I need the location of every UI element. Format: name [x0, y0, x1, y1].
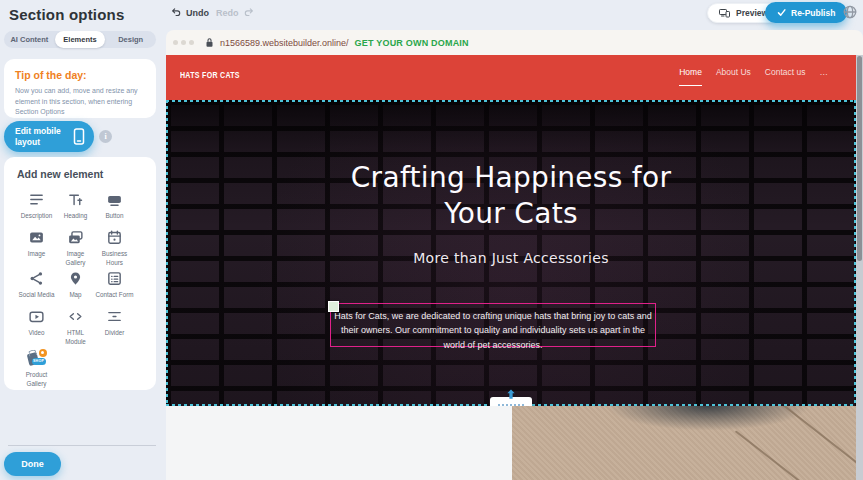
next-section[interactable]	[166, 406, 856, 480]
redo-button[interactable]: Redo	[216, 7, 254, 18]
element-map[interactable]: Map	[56, 268, 95, 306]
redo-label: Redo	[216, 8, 239, 18]
browser-dot	[181, 40, 186, 45]
element-html-module[interactable]: HTML Module	[56, 306, 95, 347]
preview-scrollbar-thumb[interactable]	[857, 56, 862, 261]
browser-bar: n1566589.websitebuilder.online/ GET YOUR…	[166, 30, 863, 55]
undo-arrow-icon	[171, 7, 182, 18]
element-video[interactable]: Video	[17, 306, 56, 347]
browser-dot	[173, 40, 178, 45]
element-social-media[interactable]: Social Media	[17, 268, 56, 306]
tip-title: Tip of the day:	[15, 69, 145, 81]
video-icon	[28, 308, 45, 325]
done-button[interactable]: Done	[4, 452, 61, 476]
browser-dot	[189, 40, 194, 45]
pavement-line	[759, 406, 856, 480]
preview-scrollbar-track	[856, 55, 863, 480]
arrow-up-icon	[506, 389, 517, 400]
element-image-gallery[interactable]: Image Gallery	[56, 227, 95, 268]
edit-mobile-label: Edit mobile layout	[15, 126, 71, 146]
edit-mobile-layout-button[interactable]: Edit mobile layout	[4, 121, 94, 152]
image-icon	[28, 229, 45, 246]
element-image[interactable]: Image	[17, 227, 56, 268]
tip-of-the-day-card: Tip of the day: Now you can add, move an…	[4, 59, 156, 118]
hero-section[interactable]: Crafting Happiness for Your Cats More th…	[166, 100, 856, 406]
text-lines-icon	[28, 191, 45, 208]
hero-body-text: Hats for Cats, we are dedicated to craft…	[331, 304, 655, 357]
hero-subheading[interactable]: More than Just Accessories	[166, 250, 856, 266]
info-icon[interactable]: i	[99, 130, 112, 143]
nav-item-more[interactable]: …	[820, 67, 829, 86]
element-product-gallery[interactable]: SHOP Product Gallery	[17, 347, 56, 389]
section-boundary-top	[166, 100, 856, 102]
site-nav: Home About Us Contact us …	[679, 67, 828, 86]
element-button[interactable]: Button	[95, 189, 134, 227]
page-title: Section options	[9, 6, 125, 23]
business-hours-icon	[106, 229, 123, 246]
undo-button[interactable]: Undo	[171, 7, 209, 18]
cat-photo-image	[512, 406, 856, 480]
redo-arrow-icon	[243, 7, 254, 18]
hero-heading[interactable]: Crafting Happiness for Your Cats	[326, 160, 696, 232]
element-grid: Description Heading Button Image Image G…	[17, 189, 150, 389]
site-logo[interactable]: HATS FOR CATS	[180, 69, 240, 80]
site-url: n1566589.websitebuilder.online/	[220, 38, 349, 48]
responsive-preview-icon	[718, 7, 731, 19]
element-contact-form[interactable]: Contact Form	[95, 268, 134, 306]
lock-icon	[205, 37, 214, 48]
pavement-line	[735, 430, 823, 480]
add-new-element-panel: Add new element Description Heading Butt…	[4, 157, 156, 390]
element-business-hours[interactable]: Business Hours	[95, 227, 134, 268]
product-gallery-icon: SHOP	[27, 349, 47, 367]
nav-item-contact-us[interactable]: Contact us	[765, 67, 806, 86]
image-gallery-icon	[67, 229, 84, 246]
website-builder-app: Section options Undo Redo Preview Re-Pub…	[0, 0, 863, 480]
resize-handle[interactable]	[328, 301, 339, 312]
heading-icon	[67, 191, 84, 208]
tab-design[interactable]: Design	[105, 31, 156, 48]
hero-text-element-selected[interactable]: Hats for Cats, we are dedicated to craft…	[330, 303, 656, 347]
divider-icon	[106, 308, 123, 325]
nav-item-about-us[interactable]: About Us	[716, 67, 751, 86]
element-description[interactable]: Description	[17, 189, 56, 227]
preview-label: Preview	[736, 8, 768, 18]
site-header: HATS FOR CATS Home About Us Contact us …	[166, 55, 856, 100]
add-panel-title: Add new element	[17, 168, 150, 180]
tab-elements[interactable]: Elements	[55, 31, 106, 48]
undo-label: Undo	[186, 8, 209, 18]
tip-body: Now you can add, move and resize any ele…	[15, 86, 145, 118]
share-icon	[28, 270, 45, 287]
shop-badge: SHOP	[32, 358, 46, 365]
republish-button[interactable]: Re-Publish	[765, 2, 847, 23]
get-own-domain-link[interactable]: GET YOUR OWN DOMAIN	[355, 38, 469, 48]
check-icon	[777, 8, 786, 17]
tab-ai-content[interactable]: AI Content	[4, 31, 55, 48]
button-icon	[106, 191, 123, 208]
sidebar-divider	[8, 445, 156, 446]
notification-badge-icon	[39, 349, 47, 357]
code-icon	[67, 308, 84, 325]
nav-item-home[interactable]: Home	[679, 67, 702, 86]
sidebar-tab-bar: AI Content Elements Design	[4, 31, 156, 48]
globe-icon[interactable]	[842, 4, 858, 20]
map-pin-icon	[67, 270, 84, 287]
phone-icon	[73, 128, 85, 145]
contact-form-icon	[106, 270, 123, 287]
element-divider[interactable]: Divider	[95, 306, 134, 347]
republish-label: Re-Publish	[791, 8, 835, 18]
element-heading[interactable]: Heading	[56, 189, 95, 227]
